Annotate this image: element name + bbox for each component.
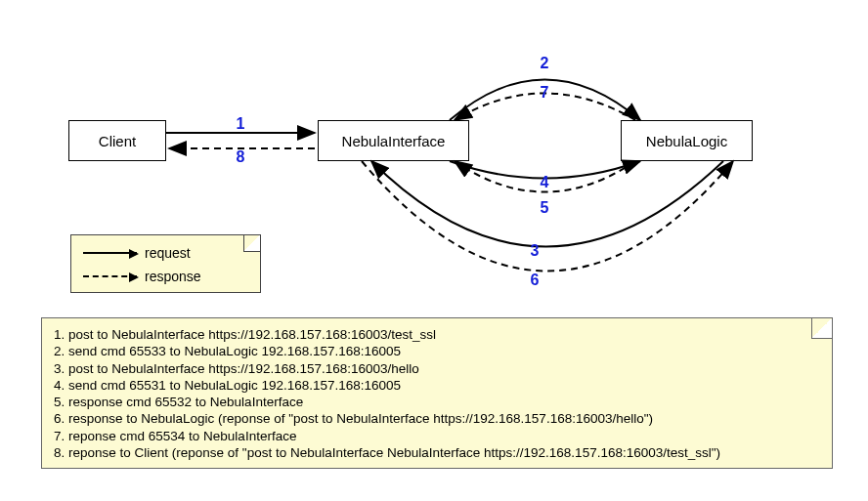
step-line: 7. reponse cmd 65534 to NebulaInterface [54,428,820,444]
step-line: 6. response to NebulaLogic (reponse of "… [54,410,820,427]
arrow-head-icon [129,249,139,259]
edge-6 [362,161,733,271]
legend-response-arrow [83,275,137,277]
node-nebula-interface-label: NebulaInterface [342,133,446,149]
step-line: 8. reponse to Client (reponse of "post t… [54,444,820,461]
legend-box: request response [70,234,261,293]
edge-5 [455,161,635,192]
note-fold-corner [811,318,832,339]
legend-response-label: response [145,269,201,284]
edge-6-number: 6 [531,271,540,288]
edge-3 [371,161,723,247]
edge-3-number: 3 [531,242,540,259]
legend-request-row: request [83,245,191,261]
step-line: 2. send cmd 65533 to NebulaLogic 192.168… [54,343,820,359]
step-line: 5. response cmd 65532 to NebulaInterface [54,394,820,410]
node-client-label: Client [99,133,136,149]
edge-1-number: 1 [237,115,245,132]
legend-request-arrow [83,252,137,254]
edge-4 [450,161,640,179]
step-line: 1. post to NebulaInterface https://192.1… [54,326,820,343]
edge-8-number: 8 [237,148,245,165]
legend-response-row: response [83,269,201,284]
steps-note: 1. post to NebulaInterface https://192.1… [41,317,833,469]
node-nebula-interface: NebulaInterface [318,120,469,161]
step-line: 4. send cmd 65531 to NebulaLogic 192.168… [54,377,820,394]
edge-7 [455,94,635,121]
edge-4-number: 4 [541,174,549,190]
step-line: 3. post to NebulaInterface https://192.1… [54,360,820,377]
legend-fold-corner [243,235,260,252]
legend-request-label: request [145,245,191,261]
edge-5-number: 5 [541,199,549,216]
node-client: Client [68,120,166,161]
edge-7-number: 7 [541,84,549,101]
node-nebula-logic: NebulaLogic [621,120,753,161]
arrow-head-icon [129,272,139,282]
node-nebula-logic-label: NebulaLogic [646,133,727,149]
edge-2 [450,80,640,121]
edge-2-number: 2 [541,55,549,71]
